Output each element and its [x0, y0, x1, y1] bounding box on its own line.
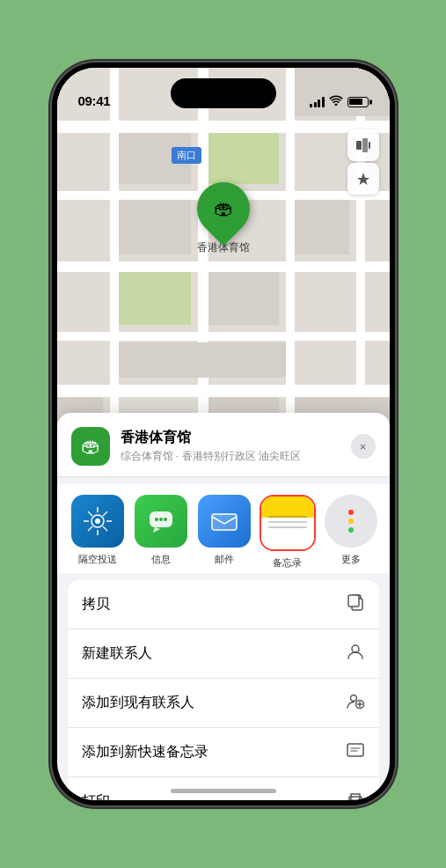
mail-label: 邮件: [215, 553, 234, 566]
messages-label: 信息: [151, 553, 171, 566]
road-h3: [57, 261, 390, 272]
more-dot-green: [348, 527, 354, 533]
svg-rect-9: [212, 514, 237, 530]
signal-bar-3: [318, 99, 320, 107]
action-copy-label: 拷贝: [82, 595, 110, 614]
share-item-notes[interactable]: 备忘录: [261, 495, 314, 570]
block4: [295, 200, 349, 254]
svg-rect-0: [356, 141, 362, 150]
signal-bar-2: [314, 102, 317, 107]
close-button[interactable]: ×: [351, 434, 376, 459]
map-controls: [347, 129, 379, 195]
svg-rect-2: [369, 142, 370, 149]
road-h1: [57, 121, 390, 133]
status-icons: [310, 95, 369, 108]
action-item-add-note[interactable]: 添加到新快速备忘录: [68, 728, 379, 777]
action-print-label: 打印: [82, 792, 110, 800]
block7: [119, 272, 191, 325]
block5: [208, 272, 279, 325]
svg-point-4: [95, 519, 100, 524]
road-h4: [57, 332, 390, 341]
share-item-mail[interactable]: 邮件: [198, 495, 251, 570]
pin-icon: 🏟: [214, 197, 233, 220]
svg-point-12: [352, 645, 359, 652]
action-add-note-label: 添加到新快速备忘录: [82, 743, 208, 761]
phone-screen: 09:41: [57, 68, 390, 800]
venue-header: 🏟 香港体育馆 综合体育馆 · 香港特别行政区 油尖旺区 ×: [57, 413, 390, 477]
more-dot-red: [348, 510, 354, 515]
svg-rect-1: [362, 138, 368, 152]
messages-icon: [135, 495, 187, 548]
action-item-add-contact[interactable]: 添加到现有联系人: [68, 679, 379, 728]
notes-icon: [261, 497, 314, 549]
wifi-icon: [329, 95, 343, 108]
venue-info: 香港体育馆 综合体育馆 · 香港特别行政区 油尖旺区: [121, 429, 351, 464]
road-h5: [57, 385, 390, 397]
airdrop-label: 隔空投送: [78, 553, 117, 566]
venue-name: 香港体育馆: [121, 429, 351, 447]
svg-rect-11: [348, 595, 359, 607]
location-button[interactable]: [347, 163, 379, 195]
map-type-button[interactable]: [347, 129, 379, 161]
map-area[interactable]: 南口 🏟 香港体育馆: [57, 68, 390, 446]
action-add-contact-label: 添加到现有联系人: [82, 694, 194, 712]
venue-icon: 🏟: [71, 427, 110, 466]
signal-bar-4: [322, 97, 325, 107]
more-label: 更多: [341, 553, 361, 566]
svg-point-8: [164, 518, 167, 521]
block3: [119, 200, 191, 254]
road-v3: [286, 68, 295, 446]
more-dot-yellow: [348, 519, 354, 524]
battery-fill: [349, 99, 362, 105]
signal-bars: [310, 97, 325, 107]
map-pin: 🏟 香港体育馆: [197, 182, 250, 255]
road-v1: [110, 68, 119, 446]
action-item-new-contact[interactable]: 新建联系人: [68, 629, 379, 679]
venue-description: 综合体育馆 · 香港特别行政区 油尖旺区: [121, 449, 351, 464]
airdrop-icon: [71, 495, 124, 548]
svg-point-13: [350, 695, 356, 702]
action-item-copy[interactable]: 拷贝: [68, 580, 379, 629]
block8: [119, 342, 286, 378]
action-new-contact-label: 新建联系人: [82, 644, 152, 663]
notes-line-1: [268, 516, 307, 518]
print-icon: [346, 790, 365, 800]
pin-circle: 🏟: [186, 172, 260, 246]
action-list: 拷贝 新建联系人: [68, 580, 379, 800]
map-background: [57, 68, 390, 446]
add-note-icon: [346, 740, 365, 764]
share-actions: 隔空投送 信息: [57, 484, 390, 573]
svg-point-24: [359, 798, 361, 800]
dynamic-island: [171, 78, 276, 108]
svg-point-6: [155, 518, 158, 521]
bottom-sheet: 🏟 香港体育馆 综合体育馆 · 香港特别行政区 油尖旺区 ×: [57, 413, 390, 800]
mail-icon: [198, 495, 251, 548]
map-entrance-label: 南口: [172, 147, 201, 164]
home-indicator: [171, 789, 276, 793]
battery-icon: [347, 97, 369, 107]
notes-line-2: [268, 521, 307, 523]
status-time: 09:41: [78, 93, 111, 108]
notes-label: 备忘录: [273, 556, 302, 570]
share-scroll: 隔空投送 信息: [57, 495, 390, 570]
more-icon: [325, 495, 377, 548]
share-item-airdrop[interactable]: 隔空投送: [71, 495, 124, 570]
road-v4: [356, 68, 365, 446]
add-contact-icon: [346, 691, 365, 715]
svg-rect-17: [347, 744, 363, 756]
share-item-more[interactable]: 更多: [325, 495, 377, 570]
new-contact-icon: [346, 642, 365, 666]
signal-bar-1: [310, 104, 312, 107]
block2: [208, 133, 279, 184]
road-v2: [198, 68, 208, 446]
share-item-messages[interactable]: 信息: [135, 495, 187, 570]
svg-point-7: [159, 518, 163, 521]
phone-frame: 09:41: [52, 63, 395, 805]
notes-line-3: [268, 526, 307, 528]
copy-icon: [346, 592, 365, 616]
